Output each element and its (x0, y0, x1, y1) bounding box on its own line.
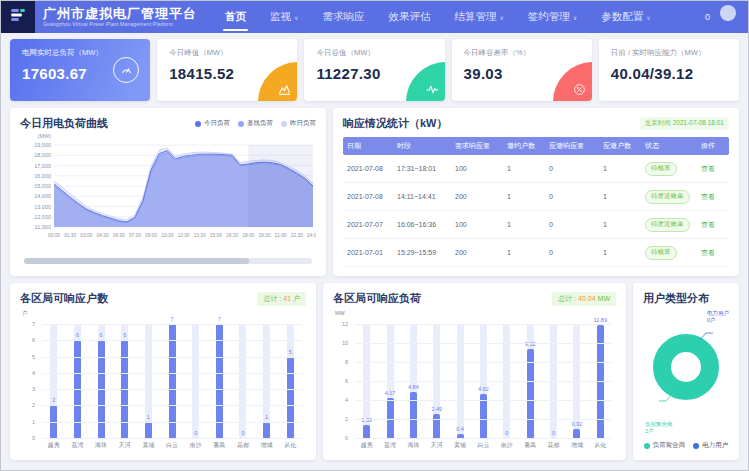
donut-legend: 负荷聚合商电力用户 (643, 441, 729, 452)
column-header: 状态 (641, 137, 697, 155)
panel-title: 用户类型分布 (643, 291, 729, 306)
beijing-time-badge: 北京时间 2021-07-08 18:01 (640, 117, 729, 130)
kpi-label: 电网实时总负荷（MW） (22, 48, 138, 58)
view-action-link[interactable]: 查看 (701, 249, 715, 256)
callout-label: 负荷聚合商 (645, 421, 673, 428)
table-cell: 2021-07-07 (343, 211, 393, 239)
total-number: 40.04 (578, 295, 596, 302)
bar-category-label: 南沙 (495, 441, 518, 450)
legend-label: 今日负荷 (204, 119, 230, 128)
callout-value: 2户 (645, 428, 673, 435)
svg-text:13:30: 13:30 (194, 233, 206, 238)
legend-item[interactable]: 电力用户 (693, 441, 728, 450)
view-action-link[interactable]: 查看 (701, 165, 715, 172)
legend-dot (693, 443, 699, 449)
nav-item-5[interactable]: 结算管理∨ (442, 1, 515, 33)
gridline (355, 419, 612, 420)
legend-dot (195, 121, 201, 127)
bar-category-label: 增城 (255, 441, 279, 450)
table-cell: 1 (503, 211, 545, 239)
nav-item-1[interactable]: 首页 (213, 1, 258, 33)
legend-dot (238, 121, 244, 127)
column-header: 邀约户数 (503, 137, 545, 155)
bar-value-label: 0 (184, 430, 208, 436)
table-cell: 100 (451, 155, 503, 183)
bar-category-label: 从化 (278, 441, 302, 450)
bar-value-label: 5 (278, 349, 302, 355)
gridline (42, 357, 302, 358)
nav-item-7[interactable]: 参数配置∨ (589, 1, 662, 33)
legend-item[interactable]: 昨日负荷 (281, 119, 316, 128)
total-unit: MW (598, 295, 610, 302)
table-cell: 17:31~18:01 (393, 155, 451, 183)
svg-text:22:30: 22:30 (291, 233, 303, 238)
bar-value-label: 4.84 (402, 384, 425, 390)
gridline (42, 422, 302, 423)
nav-item-4[interactable]: 效果评估 (376, 1, 442, 33)
action-cell: 查看 (697, 183, 729, 211)
column-header: 操作 (697, 137, 729, 155)
gridline (355, 362, 612, 363)
bar-category-label: 黄埔 (448, 441, 471, 450)
table-cell: 15:29~15:59 (393, 239, 451, 267)
svg-text:03:00: 03:00 (80, 233, 92, 238)
table-cell: 1 (503, 239, 545, 267)
status-badge: 待发送账单 (645, 218, 690, 232)
action-cell: 查看 (697, 211, 729, 239)
kpi-label: 日前 / 实时响应能力（MW） (611, 48, 727, 58)
bar-category-label: 海珠 (89, 441, 113, 450)
nav-item-2[interactable]: 监视∨ (258, 1, 310, 33)
svg-text:12:00: 12:00 (177, 233, 189, 238)
nav-item-label: 签约管理 (528, 10, 570, 24)
bar-value-label: 6 (89, 332, 113, 338)
district-households-panel: 各区局可响应户数 总计 : 41 户 户 76543210 2越秀6荔湾6海珠6… (10, 283, 316, 460)
kpi-label: 今日峰谷差率（%） (464, 48, 580, 58)
bar (263, 422, 270, 438)
gridline (355, 324, 612, 325)
bar-category-label: 花都 (231, 441, 255, 450)
panel-title: 响应情况统计（kW） (343, 116, 448, 131)
status-cell: 待核算 (641, 239, 697, 267)
legend-label: 电力用户 (702, 441, 728, 450)
svg-text:19,000: 19,000 (34, 142, 51, 148)
bar-category-label: 越秀 (42, 441, 66, 450)
kpi-value: 40.04/39.12 (611, 65, 727, 82)
bar (287, 357, 294, 438)
legend-item[interactable]: 负荷聚合商 (644, 441, 686, 450)
view-action-link[interactable]: 查看 (701, 221, 715, 228)
chevron-down-icon: ∨ (573, 14, 577, 21)
bar-category-label: 增城 (565, 441, 588, 450)
kpi-card-5: 日前 / 实时响应能力（MW）40.04/39.12 (599, 39, 739, 101)
bar-value-label: 1 (137, 414, 161, 420)
table-cell: 0 (545, 211, 599, 239)
view-action-link[interactable]: 查看 (701, 193, 715, 200)
bar-value-label: 7 (207, 316, 231, 322)
gridline (42, 405, 302, 406)
gauge-icon (113, 57, 139, 83)
table-cell: 2021-07-01 (343, 239, 393, 267)
bar-category-label: 番禺 (519, 441, 542, 450)
table-row: 2021-07-0817:31~18:01100101待核算查看 (343, 155, 729, 183)
svg-text:21:00: 21:00 (275, 233, 287, 238)
nav-item-6[interactable]: 签约管理∨ (516, 1, 589, 33)
y-tick-label: 6 (32, 337, 35, 343)
nav-item-label: 需求响应 (322, 10, 364, 24)
table-cell: 1 (599, 155, 641, 183)
notification-count[interactable]: 0 (705, 12, 710, 22)
app-window: 广州市虚拟电厂管理平台 Guangzhou Virtual Power Plan… (0, 0, 749, 471)
bar-category-label: 海珠 (402, 441, 425, 450)
avatar[interactable] (720, 5, 736, 21)
bar-category-label: 越秀 (355, 441, 378, 450)
nav-item-label: 结算管理 (454, 10, 496, 24)
legend-item[interactable]: 基线负荷 (238, 119, 273, 128)
nav-item-3[interactable]: 需求响应 (310, 1, 376, 33)
callout-label: 电力用户 (707, 310, 729, 317)
legend-label: 负荷聚合商 (653, 441, 686, 450)
chart-scrollbar-thumb[interactable] (24, 258, 249, 264)
bar-value-label: 0 (231, 430, 255, 436)
svg-text:04:30: 04:30 (97, 233, 109, 238)
legend-item[interactable]: 今日负荷 (195, 119, 230, 128)
kpi-card-4: 今日峰谷差率（%）39.03 (452, 39, 592, 101)
table-cell: 14:11~14:41 (393, 183, 451, 211)
status-badge: 待核算 (645, 162, 677, 176)
